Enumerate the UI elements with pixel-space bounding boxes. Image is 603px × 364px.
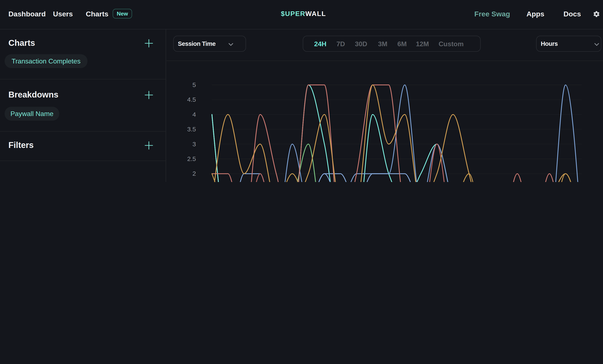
svg-text:3.5: 3.5 <box>187 126 196 133</box>
svg-text:4: 4 <box>192 111 196 118</box>
svg-text:2.5: 2.5 <box>187 155 196 162</box>
svg-text:4.5: 4.5 <box>187 96 196 103</box>
svg-text:2: 2 <box>192 170 196 177</box>
svg-text:5: 5 <box>192 81 196 88</box>
svg-text:3: 3 <box>192 141 196 148</box>
